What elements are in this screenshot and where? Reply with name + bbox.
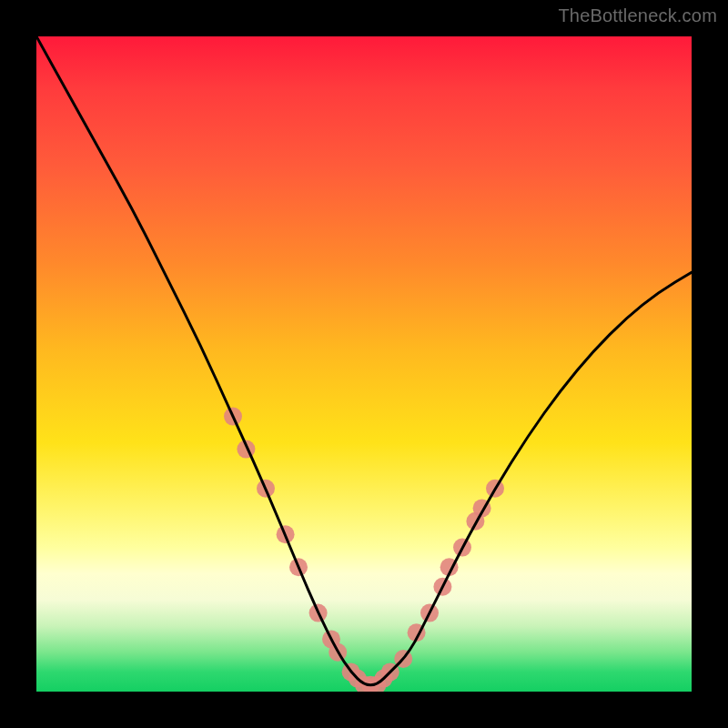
chart-overlay <box>36 36 692 692</box>
bottleneck-curve <box>36 36 692 685</box>
plot-area <box>36 36 692 692</box>
chart-stage: TheBottleneck.com <box>0 0 728 728</box>
watermark-text: TheBottleneck.com <box>558 5 717 26</box>
